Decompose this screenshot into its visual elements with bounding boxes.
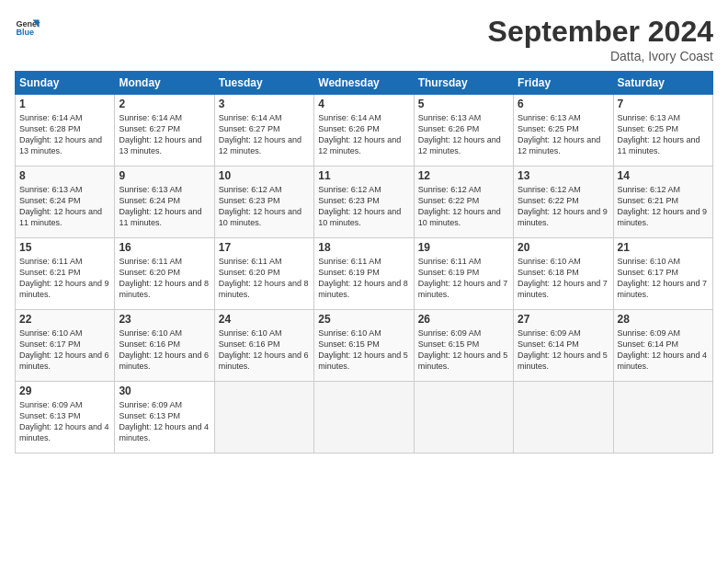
location-title: Datta, Ivory Coast xyxy=(488,49,713,63)
day-info: Sunrise: 6:11 AMSunset: 6:19 PMDaylight:… xyxy=(318,256,409,301)
calendar-week-4: 22Sunrise: 6:10 AMSunset: 6:17 PMDayligh… xyxy=(16,310,713,382)
day-number: 23 xyxy=(119,313,210,326)
day-number: 2 xyxy=(119,98,210,110)
calendar-cell xyxy=(314,382,414,454)
day-number: 24 xyxy=(219,313,310,326)
day-info: Sunrise: 6:09 AMSunset: 6:13 PMDaylight:… xyxy=(119,399,210,444)
day-number: 5 xyxy=(418,98,509,110)
day-info: Sunrise: 6:13 AMSunset: 6:24 PMDaylight:… xyxy=(19,184,110,229)
day-number: 28 xyxy=(618,313,709,326)
day-number: 29 xyxy=(19,385,110,397)
day-number: 25 xyxy=(318,313,409,326)
day-info: Sunrise: 6:12 AMSunset: 6:22 PMDaylight:… xyxy=(418,184,509,229)
month-title: September 2024 xyxy=(488,15,713,49)
calendar-cell: 4Sunrise: 6:14 AMSunset: 6:26 PMDaylight… xyxy=(314,95,414,167)
day-number: 6 xyxy=(518,98,609,110)
header: General Blue September 2024 Datta, Ivory… xyxy=(15,15,713,63)
calendar-cell: 30Sunrise: 6:09 AMSunset: 6:13 PMDayligh… xyxy=(115,382,214,454)
calendar-cell: 21Sunrise: 6:10 AMSunset: 6:17 PMDayligh… xyxy=(613,238,712,310)
day-info: Sunrise: 6:14 AMSunset: 6:28 PMDaylight:… xyxy=(19,112,110,157)
col-header-wednesday: Wednesday xyxy=(314,72,414,95)
day-number: 13 xyxy=(518,169,609,182)
day-info: Sunrise: 6:13 AMSunset: 6:26 PMDaylight:… xyxy=(418,112,509,157)
day-number: 16 xyxy=(119,241,210,254)
calendar-cell: 28Sunrise: 6:09 AMSunset: 6:14 PMDayligh… xyxy=(613,310,712,382)
calendar-week-1: 1Sunrise: 6:14 AMSunset: 6:28 PMDaylight… xyxy=(16,95,713,167)
calendar-cell: 26Sunrise: 6:09 AMSunset: 6:15 PMDayligh… xyxy=(414,310,513,382)
calendar-cell: 3Sunrise: 6:14 AMSunset: 6:27 PMDaylight… xyxy=(214,95,313,167)
calendar-cell: 22Sunrise: 6:10 AMSunset: 6:17 PMDayligh… xyxy=(16,310,115,382)
calendar-cell: 16Sunrise: 6:11 AMSunset: 6:20 PMDayligh… xyxy=(115,238,214,310)
day-info: Sunrise: 6:11 AMSunset: 6:20 PMDaylight:… xyxy=(119,256,210,301)
calendar-cell: 18Sunrise: 6:11 AMSunset: 6:19 PMDayligh… xyxy=(314,238,414,310)
calendar-week-2: 8Sunrise: 6:13 AMSunset: 6:24 PMDaylight… xyxy=(16,167,713,238)
day-info: Sunrise: 6:10 AMSunset: 6:16 PMDaylight:… xyxy=(119,327,210,373)
day-number: 18 xyxy=(318,241,409,254)
day-info: Sunrise: 6:10 AMSunset: 6:17 PMDaylight:… xyxy=(618,256,709,301)
title-area: September 2024 Datta, Ivory Coast xyxy=(488,15,713,63)
calendar-week-3: 15Sunrise: 6:11 AMSunset: 6:21 PMDayligh… xyxy=(16,238,713,310)
day-info: Sunrise: 6:09 AMSunset: 6:14 PMDaylight:… xyxy=(518,327,609,373)
day-number: 1 xyxy=(19,98,110,110)
day-number: 22 xyxy=(19,313,110,326)
calendar-cell xyxy=(414,382,513,454)
day-info: Sunrise: 6:10 AMSunset: 6:16 PMDaylight:… xyxy=(219,327,310,373)
day-info: Sunrise: 6:11 AMSunset: 6:20 PMDaylight:… xyxy=(219,256,310,301)
calendar-week-5: 29Sunrise: 6:09 AMSunset: 6:13 PMDayligh… xyxy=(16,382,713,454)
day-info: Sunrise: 6:13 AMSunset: 6:25 PMDaylight:… xyxy=(618,112,709,157)
calendar-cell: 19Sunrise: 6:11 AMSunset: 6:19 PMDayligh… xyxy=(414,238,513,310)
day-number: 3 xyxy=(219,98,310,110)
calendar-cell xyxy=(214,382,313,454)
calendar-cell: 23Sunrise: 6:10 AMSunset: 6:16 PMDayligh… xyxy=(115,310,214,382)
day-number: 4 xyxy=(318,98,409,110)
calendar-cell: 25Sunrise: 6:10 AMSunset: 6:15 PMDayligh… xyxy=(314,310,414,382)
day-info: Sunrise: 6:11 AMSunset: 6:19 PMDaylight:… xyxy=(418,256,509,301)
calendar-cell: 5Sunrise: 6:13 AMSunset: 6:26 PMDaylight… xyxy=(414,95,513,167)
day-number: 17 xyxy=(219,241,310,254)
day-info: Sunrise: 6:14 AMSunset: 6:27 PMDaylight:… xyxy=(119,112,210,157)
col-header-tuesday: Tuesday xyxy=(214,72,313,95)
calendar-cell: 29Sunrise: 6:09 AMSunset: 6:13 PMDayligh… xyxy=(16,382,115,454)
col-header-friday: Friday xyxy=(514,72,613,95)
calendar-cell: 27Sunrise: 6:09 AMSunset: 6:14 PMDayligh… xyxy=(514,310,613,382)
day-number: 7 xyxy=(618,98,709,110)
calendar-table: SundayMondayTuesdayWednesdayThursdayFrid… xyxy=(15,71,713,454)
calendar-cell xyxy=(613,382,712,454)
logo-icon: General Blue xyxy=(15,15,40,40)
calendar-cell: 11Sunrise: 6:12 AMSunset: 6:23 PMDayligh… xyxy=(314,167,414,238)
day-number: 9 xyxy=(119,169,210,182)
day-info: Sunrise: 6:12 AMSunset: 6:22 PMDaylight:… xyxy=(518,184,609,229)
day-info: Sunrise: 6:09 AMSunset: 6:13 PMDaylight:… xyxy=(19,399,110,444)
day-number: 14 xyxy=(618,169,709,182)
day-info: Sunrise: 6:14 AMSunset: 6:26 PMDaylight:… xyxy=(318,112,409,157)
day-number: 12 xyxy=(418,169,509,182)
day-info: Sunrise: 6:10 AMSunset: 6:17 PMDaylight:… xyxy=(19,327,110,373)
calendar-cell: 1Sunrise: 6:14 AMSunset: 6:28 PMDaylight… xyxy=(16,95,115,167)
day-info: Sunrise: 6:12 AMSunset: 6:23 PMDaylight:… xyxy=(318,184,409,229)
day-info: Sunrise: 6:13 AMSunset: 6:24 PMDaylight:… xyxy=(119,184,210,229)
day-number: 11 xyxy=(318,169,409,182)
day-number: 20 xyxy=(518,241,609,254)
day-number: 15 xyxy=(19,241,110,254)
calendar-cell: 14Sunrise: 6:12 AMSunset: 6:21 PMDayligh… xyxy=(613,167,712,238)
calendar-cell: 12Sunrise: 6:12 AMSunset: 6:22 PMDayligh… xyxy=(414,167,513,238)
day-info: Sunrise: 6:12 AMSunset: 6:21 PMDaylight:… xyxy=(618,184,709,229)
day-number: 26 xyxy=(418,313,509,326)
calendar-cell: 7Sunrise: 6:13 AMSunset: 6:25 PMDaylight… xyxy=(613,95,712,167)
calendar-cell: 6Sunrise: 6:13 AMSunset: 6:25 PMDaylight… xyxy=(514,95,613,167)
calendar-cell xyxy=(514,382,613,454)
day-info: Sunrise: 6:12 AMSunset: 6:23 PMDaylight:… xyxy=(219,184,310,229)
calendar-cell: 20Sunrise: 6:10 AMSunset: 6:18 PMDayligh… xyxy=(514,238,613,310)
day-info: Sunrise: 6:11 AMSunset: 6:21 PMDaylight:… xyxy=(19,256,110,301)
day-number: 27 xyxy=(518,313,609,326)
calendar-cell: 24Sunrise: 6:10 AMSunset: 6:16 PMDayligh… xyxy=(214,310,313,382)
calendar-cell: 17Sunrise: 6:11 AMSunset: 6:20 PMDayligh… xyxy=(214,238,313,310)
svg-text:Blue: Blue xyxy=(16,28,34,37)
day-number: 21 xyxy=(618,241,709,254)
day-info: Sunrise: 6:10 AMSunset: 6:15 PMDaylight:… xyxy=(318,327,409,373)
calendar-cell: 15Sunrise: 6:11 AMSunset: 6:21 PMDayligh… xyxy=(16,238,115,310)
day-info: Sunrise: 6:09 AMSunset: 6:14 PMDaylight:… xyxy=(618,327,709,373)
logo: General Blue xyxy=(15,15,40,40)
col-header-monday: Monday xyxy=(115,72,214,95)
col-header-sunday: Sunday xyxy=(16,72,115,95)
